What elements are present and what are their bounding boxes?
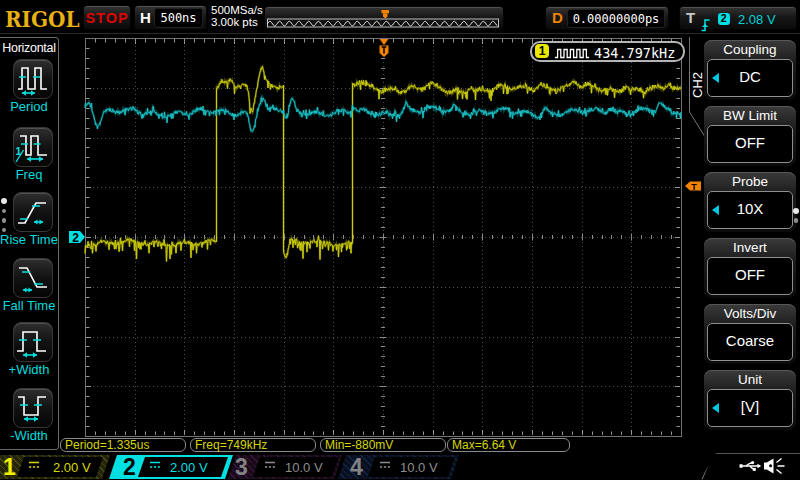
menu-item--width[interactable]: +Width — [0, 322, 58, 382]
channel-number: 2 — [123, 455, 136, 479]
run-state-indicator[interactable]: STOP — [83, 5, 131, 30]
menu-item-invert[interactable]: InvertOFF — [704, 238, 796, 298]
svg-text:T: T — [691, 182, 697, 192]
channel-scale-value: 10.0 V — [400, 460, 438, 475]
measurement-cell-4: Max=6.64 V — [447, 438, 570, 452]
minus-width-icon — [13, 388, 53, 428]
channel-scale-box: 2.00 V — [138, 457, 228, 477]
oscilloscope-screen: RIGOL STOP H 500ns 500MSa/s 3.00k pts D … — [0, 0, 800, 480]
right-menu-page-dot-2 — [794, 218, 798, 222]
square-wave-icon — [554, 46, 591, 59]
menu-item-fall-time[interactable]: Fall Time — [0, 258, 58, 318]
memory-depth: 3.00k pts — [211, 16, 263, 28]
menu-item-bw-limit[interactable]: BW LimitOFF — [704, 106, 796, 166]
trace-ch1-glow — [85, 67, 681, 262]
beeper-icon — [764, 459, 785, 474]
menu-item-value: Coarse — [708, 332, 792, 349]
coupling-dc-icon — [28, 461, 41, 471]
menu-item-value: OFF — [708, 266, 792, 283]
channel-2-indicator[interactable]: 2 2.00 V — [109, 455, 233, 479]
channel-scale-box: 10.0 V — [253, 457, 339, 477]
coupling-dc-icon — [264, 461, 277, 471]
menu-item-value-box: OFF — [707, 257, 793, 295]
menu-item-title: Probe — [704, 174, 796, 189]
rigol-logo: RIGOL — [5, 6, 80, 32]
plus-width-icon — [13, 322, 53, 362]
acquisition-info: 500MSa/s 3.00k pts — [211, 4, 263, 28]
trigger-level-marker[interactable]: T — [685, 182, 701, 192]
preview-trigger-marker — [382, 10, 390, 19]
coupling-dc-icon — [379, 461, 392, 471]
channel-scale-box: 10.0 V — [368, 457, 455, 477]
menu-item-rise-time[interactable]: Rise Time — [0, 192, 58, 252]
channel-number: 1 — [3, 455, 16, 479]
menu-item-value-box: [V] — [707, 389, 793, 427]
menu-item-title: Volts/Div — [704, 306, 796, 321]
menu-item-unit[interactable]: Unit[V] — [704, 370, 796, 430]
menu-item-value-box: OFF — [707, 125, 793, 163]
delay-value: 0.00000000ps — [568, 12, 664, 26]
channel-scale-value: 2.00 V — [170, 460, 208, 475]
menu-item-volts-div[interactable]: Volts/DivCoarse — [704, 304, 796, 364]
svg-text:2: 2 — [72, 231, 79, 245]
measure-menu-title: Horizontal — [0, 41, 58, 55]
waveform-preview[interactable] — [264, 6, 504, 30]
measure-menu-panel: Horizontal Period 1 Freq Rise Time Fall … — [0, 37, 59, 450]
trigger-box[interactable]: T 2 2.08 V — [679, 6, 797, 30]
menu-item-value-box: DC — [707, 59, 793, 97]
fall-time-icon — [13, 258, 53, 298]
top-status-bar: RIGOL STOP H 500ns 500MSa/s 3.00k pts D … — [0, 0, 800, 34]
channel-4-indicator[interactable]: 4 10.0 V — [338, 455, 459, 479]
period-icon — [13, 59, 53, 99]
sample-rate: 500MSa/s — [211, 4, 263, 16]
menu-item-value: DC — [708, 68, 792, 85]
run-state-label: STOP — [84, 10, 130, 26]
menu-item-value: 10X — [708, 200, 792, 217]
menu-item-label: -Width — [0, 428, 58, 443]
channel-1-indicator[interactable]: 1 2.00 V — [0, 455, 110, 479]
channel-scale-value: 2.00 V — [53, 460, 91, 475]
h-label: H — [140, 9, 151, 26]
menu-item-title: Coupling — [704, 42, 796, 57]
menu-item-coupling[interactable]: CouplingDC — [704, 40, 796, 100]
menu-item-label: Period — [0, 99, 58, 114]
delay-box[interactable]: D 0.00000000ps — [545, 6, 669, 30]
left-menu-page-dot-3 — [2, 218, 6, 222]
select-arrow-icon — [712, 73, 719, 83]
measurement-cell-2: Freq=749kHz — [190, 438, 316, 452]
menu-item-label: Fall Time — [0, 298, 58, 313]
channel-3-indicator[interactable]: 3 10.0 V — [228, 455, 342, 479]
measurement-cell-1: Period=1.335us — [60, 438, 186, 452]
channel-scale-box: 2.00 V — [17, 457, 103, 477]
menu-item-probe[interactable]: Probe10X — [704, 172, 796, 232]
ch2-position-marker[interactable]: 2 — [69, 231, 85, 245]
menu-item-freq[interactable]: 1 Freq — [0, 127, 58, 187]
horizontal-timebase-box[interactable]: H 500ns — [134, 5, 207, 30]
menu-item-title: Invert — [704, 240, 796, 255]
menu-item-title: Unit — [704, 372, 796, 387]
menu-item-label: Rise Time — [0, 232, 58, 247]
trigger-slope-rising-icon — [700, 7, 714, 33]
trigger-position-marker[interactable] — [380, 39, 389, 57]
rise-time-icon — [13, 192, 53, 232]
trigger-level-value: 2.08 V — [738, 12, 776, 27]
channel-scale-value: 10.0 V — [285, 460, 323, 475]
status-icon-tray — [700, 453, 800, 480]
trigger-label: T — [686, 9, 695, 26]
menu-item-value-box: Coarse — [707, 323, 793, 361]
menu-item--width[interactable]: -Width — [0, 388, 58, 448]
menu-item-label: +Width — [0, 362, 58, 377]
frequency-counter-badge: 1 434.797kHz — [530, 41, 685, 62]
menu-item-value-box: 10X — [707, 191, 793, 229]
preview-window-rect — [268, 19, 499, 27]
channel-status-bar: 1 2.00 V2 2.00 V3 10.0 V4 10.0 V — [0, 453, 800, 480]
trigger-source-badge: 2 — [718, 13, 730, 25]
menu-item-period[interactable]: Period — [0, 59, 58, 119]
freq-counter-channel: 1 — [535, 44, 549, 58]
trace-ch1 — [85, 67, 681, 262]
usb-icon — [740, 461, 762, 471]
coupling-dc-icon — [149, 461, 162, 471]
menu-item-value: OFF — [708, 134, 792, 151]
menu-item-value: [V] — [708, 398, 792, 415]
channel-number: 3 — [235, 455, 248, 479]
